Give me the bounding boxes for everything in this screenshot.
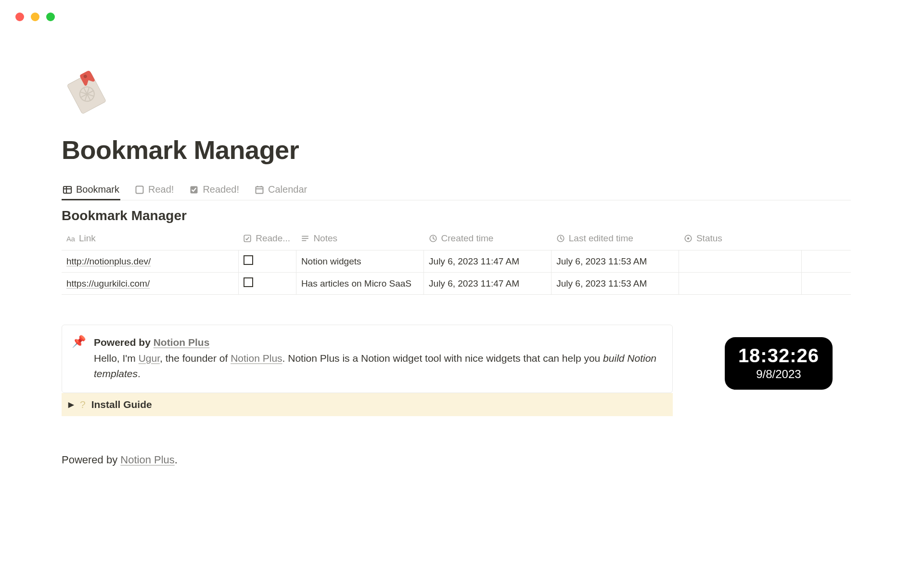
row-status[interactable] [679, 273, 802, 295]
column-header-edited[interactable]: Last edited time [552, 228, 679, 250]
pushpin-icon: 📌 [72, 335, 86, 382]
clock-date: 9/8/2023 [738, 368, 819, 381]
readed-checkbox[interactable] [244, 277, 253, 287]
window-controls [15, 13, 55, 21]
row-created: July 6, 2023 11:47 AM [424, 273, 552, 295]
column-header-notes[interactable]: Notes [296, 228, 424, 250]
tab-calendar[interactable]: Calendar [254, 180, 308, 200]
title-icon: Aa [66, 234, 75, 243]
bookmark-tag-icon [62, 67, 110, 116]
powered-by-callout: 📌 Powered by Notion Plus Hello, I'm Ugur… [62, 325, 673, 393]
tab-label: Bookmark [76, 184, 119, 195]
row-link[interactable]: http://notionplus.dev/ [66, 256, 151, 266]
table-row[interactable]: https://ugurkilci.com/ Has articles on M… [62, 273, 851, 295]
row-edited: July 6, 2023 11:53 AM [552, 273, 679, 295]
row-status[interactable] [679, 250, 802, 273]
row-created: July 6, 2023 11:47 AM [424, 250, 552, 273]
svg-rect-10 [136, 186, 143, 193]
install-guide-toggle[interactable]: ▶ ? Install Guide [62, 393, 673, 416]
close-window-icon[interactable] [15, 13, 24, 21]
column-header-readed[interactable]: Reade... [238, 228, 296, 250]
column-header-add[interactable] [802, 228, 851, 250]
row-notes[interactable]: Has articles on Micro SaaS [296, 273, 424, 295]
row-trailing [802, 250, 851, 273]
checkbox-off-icon [135, 185, 144, 195]
column-header-created[interactable]: Created time [424, 228, 552, 250]
svg-rect-7 [64, 186, 71, 193]
table-icon [63, 185, 72, 195]
svg-rect-12 [256, 186, 263, 193]
notion-plus-link[interactable]: Notion Plus [120, 454, 175, 466]
tab-label: Calendar [268, 184, 307, 195]
column-header-status[interactable]: Status [679, 228, 802, 250]
tab-read[interactable]: Read! [134, 180, 175, 200]
row-link[interactable]: https://ugurkilci.com/ [66, 278, 150, 289]
clock-icon [556, 234, 565, 243]
tab-bookmark[interactable]: Bookmark [62, 180, 120, 200]
checkbox-on-icon [243, 234, 252, 243]
minimize-window-icon[interactable] [31, 13, 39, 21]
row-trailing [802, 273, 851, 295]
page-icon[interactable] [62, 67, 110, 116]
footer-credit: Powered by Notion Plus. [62, 454, 851, 466]
page-title[interactable]: Bookmark Manager [62, 135, 851, 165]
status-icon [684, 234, 693, 243]
page-content: Bookmark Manager Bookmark Read! [62, 67, 851, 466]
notion-plus-link[interactable]: Notion Plus [231, 353, 282, 364]
table-row[interactable]: http://notionplus.dev/ Notion widgets Ju… [62, 250, 851, 273]
svg-text:Aa: Aa [66, 235, 75, 243]
readed-checkbox[interactable] [244, 255, 253, 265]
callout-text: Powered by Notion Plus Hello, I'm Ugur, … [94, 335, 663, 382]
notion-plus-link[interactable]: Notion Plus [154, 337, 210, 348]
row-edited: July 6, 2023 11:53 AM [552, 250, 679, 273]
bookmark-table: Aa Link Reade... [62, 228, 851, 295]
question-icon: ? [80, 399, 86, 410]
clock-icon [429, 234, 437, 243]
toggle-label: Install Guide [91, 399, 152, 410]
clock-time: 18:32:26 [738, 345, 819, 367]
view-tabs: Bookmark Read! Readed! [62, 180, 851, 200]
tab-label: Readed! [203, 184, 239, 195]
calendar-icon [255, 185, 264, 195]
checkbox-on-icon [189, 185, 199, 195]
clock-widget: 18:32:26 9/8/2023 [725, 337, 833, 390]
tab-label: Read! [148, 184, 174, 195]
lines-icon [301, 234, 309, 243]
column-header-link[interactable]: Aa Link [62, 228, 238, 250]
row-notes[interactable]: Notion widgets [296, 250, 424, 273]
database-title[interactable]: Bookmark Manager [62, 208, 851, 223]
maximize-window-icon[interactable] [46, 13, 55, 21]
author-link[interactable]: Ugur [139, 353, 160, 364]
tab-readed[interactable]: Readed! [188, 180, 240, 200]
svg-point-24 [687, 237, 690, 240]
toggle-arrow-icon: ▶ [68, 400, 74, 409]
